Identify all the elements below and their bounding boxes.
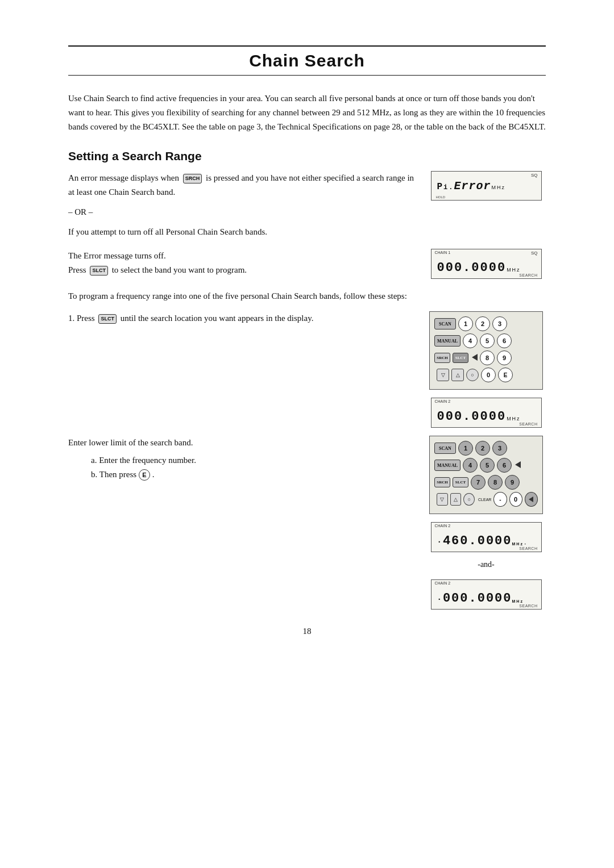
title-rule-top: [68, 45, 546, 47]
slct-section: The Error message turns off. Press SLCT …: [68, 249, 546, 279]
press-label: Press: [68, 265, 86, 274]
nav-tri1: △: [451, 369, 464, 381]
hold-label: HOLD: [436, 195, 446, 199]
section-heading: Setting a Search Range: [68, 149, 546, 163]
page: Chain Search Use Chain Search to find ac…: [0, 0, 614, 868]
chain1-sub: SEARCH: [519, 273, 537, 277]
and-label: -and-: [478, 560, 495, 569]
keypad2-row2: MANUAL 4 5 6: [434, 458, 538, 473]
clear-label: CLEAR: [478, 498, 491, 502]
chain3-lcd: CHAIN 2 · 460.0000 MHz · SEARCH: [431, 522, 542, 552]
nav-tri2: △: [450, 493, 462, 506]
step2-subitems: a. Enter the frequency number. b. Then p…: [91, 453, 415, 482]
nav-down2: ▽: [437, 493, 448, 506]
key-9b: 9: [505, 475, 520, 490]
chain2-lcd: CHAIN 2 000.0000 MHz SEARCH: [431, 398, 542, 428]
chain2-mhz: MHz: [507, 416, 521, 422]
sq-label: SQ: [531, 173, 538, 178]
step1-text: 1. Press SLCT until the search location …: [68, 311, 415, 326]
key-dash: -: [493, 492, 507, 507]
chain3-label: CHAIN 2: [435, 524, 451, 528]
page-title: Chain Search: [68, 51, 546, 70]
scan-key1: SCAN: [434, 318, 456, 329]
srch-key1: SRCH: [434, 353, 450, 363]
error-para: An error message displays when SRCH is p…: [68, 171, 415, 199]
key-7b: 7: [471, 475, 486, 490]
chain4-lcd: CHAIN 2 · 000.0000 MHz SEARCH: [431, 579, 542, 610]
slct-key1: SLCT: [453, 353, 468, 363]
keypad1-row1: SCAN 1 2 3: [434, 316, 538, 331]
key-8b: 8: [488, 475, 503, 490]
title-rule-bottom: [68, 75, 546, 76]
error-lcd: SQ P i. Error MHz HOLD: [431, 171, 542, 201]
nav-circle2: ○: [463, 493, 475, 506]
chain3-mhz: MHz: [512, 542, 524, 546]
intro-paragraph: Use Chain Search to find active frequenc…: [68, 91, 546, 133]
page-number: 18: [68, 627, 546, 636]
chain4-mhz: MHz: [512, 599, 524, 603]
error-text-col: An error message displays when SRCH is p…: [68, 171, 415, 239]
step2b: b. Then press E .: [91, 468, 415, 482]
keypad1-row2: MANUAL 4 5 6: [434, 333, 538, 348]
srch-key-inline: SRCH: [183, 174, 202, 183]
error-section: An error message displays when SRCH is p…: [68, 171, 546, 239]
key-0a: 0: [481, 368, 496, 382]
keypad2-row1: SCAN 1 2 3: [434, 441, 538, 456]
error-display-col: SQ P i. Error MHz HOLD: [426, 171, 546, 201]
chain3-value: 460.0000: [443, 534, 512, 548]
key-9a: 9: [497, 350, 512, 365]
chain1-lcd: SQ CHAIN 1 000.0000 MHz SEARCH: [431, 249, 542, 279]
key-3b: 3: [492, 441, 507, 456]
chain4-value: 000.0000: [443, 591, 512, 606]
arrow-indicator1: [472, 353, 478, 363]
key-6b: 6: [497, 458, 512, 473]
or-text: – OR –: [68, 205, 415, 219]
error-display-text: P i. Error MHz: [437, 180, 533, 193]
slct-para: The Error message turns off. Press SLCT …: [68, 249, 415, 277]
arrow-indicator2: [515, 461, 521, 470]
chain1-mhz: MHz: [507, 267, 521, 273]
chain2-freq: 000.0000 MHz: [437, 410, 533, 424]
key-5b: 5: [480, 458, 495, 473]
srch-key2: SRCH: [434, 477, 450, 487]
chain2-label: CHAIN 2: [435, 399, 451, 403]
chain3-freq: · 460.0000 MHz ·: [437, 534, 533, 548]
manual-key1: MANUAL: [434, 335, 460, 347]
key-1b: 1: [458, 441, 473, 456]
error-turns-off: The Error message turns off.: [68, 251, 166, 260]
step2a: a. Enter the frequency number.: [91, 453, 415, 468]
key-ea: E: [498, 368, 513, 382]
keypad1: SCAN 1 2 3 MANUAL 4 5 6 SRCH SLCT: [429, 311, 543, 390]
chain1-label: CHAIN 1: [435, 251, 451, 254]
key-1a: 1: [458, 316, 473, 331]
chain1-sq: SQ: [531, 251, 538, 256]
slct-key-step1: SLCT: [98, 314, 117, 324]
para2-text: If you attempt to turn off all Personal …: [68, 225, 415, 239]
step2: Enter lower limit of the search band. a.…: [68, 436, 546, 610]
step2-text: Enter lower limit of the search band. a.…: [68, 436, 415, 481]
slct-key2: SLCT: [453, 477, 468, 487]
keypad2-row4: ▽ △ ○ CLEAR - 0: [437, 492, 538, 507]
chain4-freq: · 000.0000 MHz: [437, 591, 533, 606]
key-3a: 3: [492, 316, 507, 331]
keypad2-row3: SRCH SLCT 7 8 9: [434, 475, 538, 490]
title-section: Chain Search: [68, 45, 546, 76]
key-4b: 4: [463, 458, 478, 473]
step2-header: Enter lower limit of the search band.: [68, 436, 415, 450]
key-8a: 8: [480, 350, 495, 365]
chain2-value: 000.0000: [437, 410, 507, 424]
chain4-sub: SEARCH: [519, 604, 537, 608]
mhz-label: MHz: [492, 185, 506, 190]
step4-para: To program a frequency range into one of…: [68, 289, 546, 303]
manual-key2: MANUAL: [434, 460, 460, 471]
chain1-freq: 000.0000 MHz: [437, 261, 533, 275]
step1-header: 1. Press SLCT until the search location …: [68, 311, 546, 428]
step2-inner: Enter lower limit of the search band. a.…: [68, 436, 546, 610]
chain2-sub: SEARCH: [519, 422, 537, 426]
chain1-display-col: SQ CHAIN 1 000.0000 MHz SEARCH: [426, 249, 546, 279]
nav-circle1: ○: [466, 369, 479, 381]
step2-display-col: SCAN 1 2 3 MANUAL 4 5 6 SRCH SLCT: [426, 436, 546, 610]
key-4a: 4: [463, 333, 478, 348]
slct-key-inline: SLCT: [90, 266, 108, 276]
slct-para-text: to select the band you want to program.: [112, 265, 247, 274]
